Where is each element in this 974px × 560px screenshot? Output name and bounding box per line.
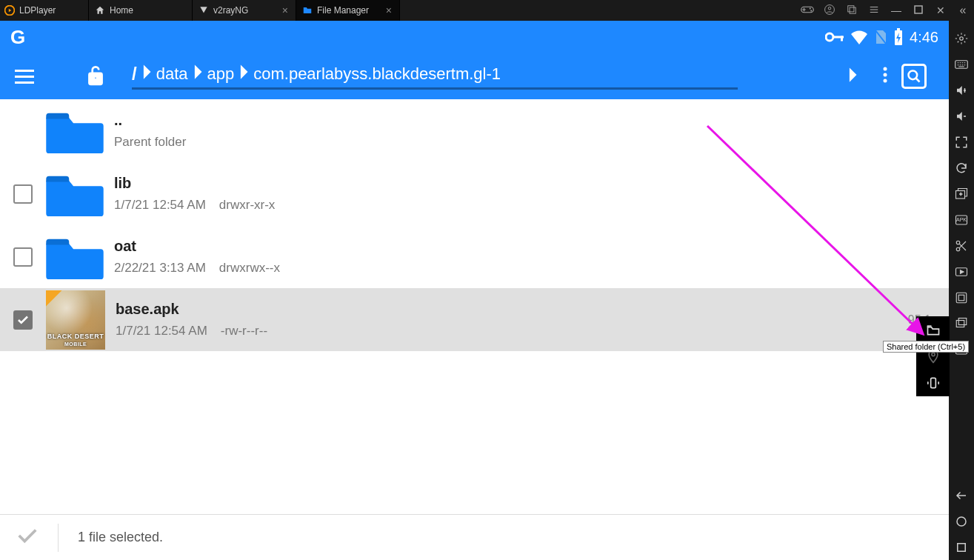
close-window-button[interactable]: ✕ [930, 4, 952, 16]
tab-label: File Manager [317, 5, 369, 16]
svg-point-3 [810, 10, 812, 11]
menu-hamburger-button[interactable] [15, 70, 34, 84]
svg-rect-38 [930, 378, 935, 387]
tab-close-button[interactable]: × [282, 4, 288, 16]
file-name: oat [114, 238, 280, 255]
overflow-menu-button[interactable] [869, 66, 901, 87]
list-item-parent[interactable]: .. Parent folder [0, 99, 949, 162]
shared-folder-icon[interactable] [949, 310, 974, 336]
minimize-button[interactable]: — [885, 4, 907, 16]
svg-rect-7 [850, 7, 855, 13]
breadcrumb-segment[interactable]: com.pearlabyss.blackdesertm.gl-1 [253, 64, 501, 84]
folder-icon [46, 108, 104, 154]
file-name: lib [114, 175, 275, 192]
apk-thumbnail: BLACK DESERTMOBILE [46, 290, 105, 350]
tab-file-manager[interactable]: File Manager × [296, 0, 400, 21]
svg-point-16 [884, 67, 887, 71]
tab-close-button[interactable]: × [386, 4, 392, 16]
menu-icon[interactable] [863, 4, 885, 17]
svg-point-5 [828, 7, 831, 10]
folder-icon [46, 234, 104, 280]
home-nav-icon[interactable] [949, 508, 974, 534]
user-icon[interactable] [818, 4, 841, 17]
settings-gear-icon[interactable] [949, 25, 974, 51]
breadcrumb-segment[interactable]: app [207, 64, 235, 84]
svg-point-35 [957, 517, 966, 526]
forward-button[interactable] [836, 67, 869, 86]
tab-label: v2rayNG [213, 5, 248, 16]
breadcrumb-root[interactable]: / [132, 64, 137, 84]
file-permissions: drwxr-xr-x [219, 198, 276, 213]
emulator-sidebar: APK [949, 21, 974, 560]
svg-rect-8 [915, 6, 922, 13]
search-button[interactable] [901, 64, 934, 89]
file-date: 1/7/21 12:54 AM [114, 198, 206, 213]
svg-point-15 [94, 76, 97, 79]
screenshot-icon[interactable] [949, 284, 974, 310]
collapse-sidebar-button[interactable]: « [952, 4, 974, 17]
svg-point-17 [884, 73, 887, 77]
checkbox[interactable] [13, 184, 33, 204]
emulator-titlebar: LDPlayer Home v2rayNG × File Manager × —… [0, 0, 974, 21]
file-date: 2/22/21 3:13 AM [114, 261, 206, 276]
multi-instance-icon[interactable] [841, 4, 863, 17]
checkbox-checked[interactable] [13, 310, 33, 330]
svg-rect-6 [848, 5, 854, 11]
video-record-icon[interactable] [949, 259, 974, 284]
app-viewport: G 4:46 / data app com.pearlabyss.blackde… [0, 21, 949, 560]
app-icon [199, 5, 209, 16]
keyboard-icon[interactable] [949, 51, 974, 77]
status-clock: 4:46 [910, 29, 938, 46]
volume-down-icon[interactable] [949, 103, 974, 129]
chevron-right-icon [141, 64, 152, 84]
tab-home[interactable]: Home [89, 0, 193, 21]
file-subtitle: Parent folder [114, 135, 186, 150]
breadcrumb-segment[interactable]: data [156, 64, 188, 84]
svg-rect-21 [955, 60, 968, 68]
list-item[interactable]: lib 1/7/21 12:54 AM drwxr-xr-x [0, 162, 949, 225]
svg-rect-29 [956, 320, 964, 327]
google-logo-icon: G [10, 26, 25, 49]
vpn-key-icon [825, 31, 844, 43]
gamepad-icon[interactable] [796, 4, 818, 17]
checkbox[interactable] [13, 247, 33, 267]
emulator-brand-label: LDPlayer [19, 5, 56, 16]
unlock-icon[interactable] [86, 64, 105, 89]
apk-install-icon[interactable]: APK [949, 207, 974, 233]
tooltip: Shared folder (Ctrl+5) [883, 341, 969, 353]
list-item[interactable]: oat 2/22/21 3:13 AM drwxrwx--x [0, 225, 949, 288]
svg-point-24 [956, 241, 960, 244]
svg-point-37 [931, 353, 934, 356]
battery-charging-icon [893, 28, 904, 46]
multiwindow-icon[interactable] [949, 181, 974, 207]
file-date: 1/7/21 12:54 AM [116, 324, 207, 339]
shared-folder-button[interactable] [916, 316, 950, 343]
breadcrumb: / data app com.pearlabyss.blackdesertm.g… [132, 64, 738, 90]
recents-icon[interactable] [949, 534, 974, 560]
check-icon[interactable] [16, 526, 39, 550]
tab-v2rayng[interactable]: v2rayNG × [193, 0, 296, 21]
svg-rect-28 [958, 295, 964, 301]
floating-toolbar [916, 316, 950, 396]
volume-up-icon[interactable] [949, 77, 974, 103]
svg-rect-36 [958, 543, 966, 551]
svg-rect-27 [956, 293, 967, 303]
folder-icon [302, 5, 313, 16]
selection-bar: 1 file selected. [0, 514, 949, 560]
wifi-icon [850, 30, 868, 44]
svg-point-18 [884, 79, 887, 83]
svg-point-9 [826, 33, 833, 41]
scissors-icon[interactable] [949, 233, 974, 259]
svg-point-20 [960, 36, 964, 40]
back-icon[interactable] [949, 482, 974, 508]
maximize-button[interactable] [907, 4, 930, 16]
sync-icon[interactable] [949, 155, 974, 181]
fullscreen-icon[interactable] [949, 129, 974, 155]
svg-rect-30 [958, 318, 967, 324]
file-permissions: -rw-r--r-- [221, 324, 267, 339]
file-name: base.apk [116, 301, 267, 318]
emulator-brand-tab: LDPlayer [0, 0, 89, 21]
shake-icon[interactable] [916, 370, 950, 396]
file-permissions: drwxrwx--x [219, 261, 280, 276]
list-item-selected[interactable]: BLACK DESERTMOBILE base.apk 1/7/21 12:54… [0, 288, 949, 351]
